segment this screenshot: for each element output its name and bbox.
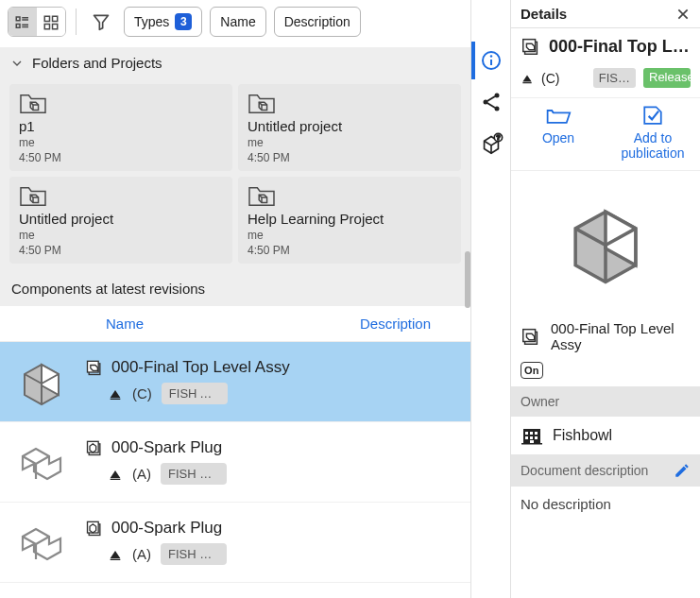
main-panel: Types 3 Name Description Folders and Pro… bbox=[0, 0, 471, 598]
folder-time: 4:50 PM bbox=[19, 244, 223, 257]
svg-rect-0 bbox=[16, 17, 20, 21]
components-section-title: Components at latest revisions bbox=[0, 271, 470, 306]
components-columns-header: Name Description bbox=[0, 306, 470, 342]
folder-box-icon bbox=[19, 184, 223, 209]
folder-time: 4:50 PM bbox=[248, 151, 452, 164]
folder-owner: me bbox=[248, 136, 452, 149]
owner-label-text: Owner bbox=[521, 394, 559, 409]
folder-box-icon bbox=[248, 92, 452, 116]
component-body: 000-Final Top Level Assy (C) FISH A… bbox=[85, 358, 459, 404]
revision-icon bbox=[108, 467, 123, 482]
component-body: 000-Spark Plug (A) FISH P… bbox=[85, 438, 459, 485]
tab-info[interactable] bbox=[471, 42, 507, 79]
assembly-tab-icon bbox=[85, 358, 104, 377]
assembly-tab-icon bbox=[521, 36, 541, 57]
add-to-publication-action[interactable]: Add to publication bbox=[606, 104, 700, 161]
filter-chip-types[interactable]: Types 3 bbox=[124, 7, 202, 37]
folder-box-icon bbox=[248, 184, 452, 209]
svg-rect-24 bbox=[111, 398, 121, 399]
details-thumbnail bbox=[511, 171, 700, 313]
details-panel: Details 000-Final Top Lev… (C) FIS… Rele… bbox=[511, 0, 700, 598]
folder-card[interactable]: Help Learning Project me 4:50 PM bbox=[238, 177, 461, 264]
details-title: 000-Final Top Lev… bbox=[549, 37, 691, 57]
view-list-button[interactable] bbox=[9, 8, 37, 37]
tab-share[interactable] bbox=[471, 83, 507, 121]
view-toggle bbox=[8, 7, 66, 37]
details-title-row: 000-Final Top Lev… bbox=[511, 28, 700, 64]
filter-chip-description[interactable]: Description bbox=[274, 7, 361, 37]
folder-card[interactable]: Untitled project me 4:50 PM bbox=[238, 84, 461, 171]
tab-where-used[interactable]: ? bbox=[471, 125, 507, 162]
revision-icon bbox=[108, 547, 123, 562]
description-section-label: Document description bbox=[511, 454, 700, 487]
component-row[interactable]: 000-Spark Plug (A) FISH P… bbox=[0, 422, 470, 503]
details-full-name: 000-Final Top Level Assy bbox=[551, 320, 691, 352]
scrollbar-hint[interactable] bbox=[465, 251, 470, 308]
folder-title: Untitled project bbox=[248, 118, 452, 134]
svg-rect-9 bbox=[53, 25, 58, 29]
filter-button[interactable] bbox=[86, 7, 116, 37]
filter-chip-name[interactable]: Name bbox=[210, 7, 265, 37]
column-name[interactable]: Name bbox=[106, 316, 219, 332]
details-status: Released bbox=[643, 68, 691, 87]
component-rev: (A) bbox=[132, 546, 151, 562]
folder-time: 4:50 PM bbox=[248, 244, 452, 257]
svg-point-35 bbox=[490, 55, 492, 57]
folder-owner: me bbox=[248, 229, 452, 242]
svg-rect-53 bbox=[522, 82, 531, 83]
svg-line-40 bbox=[487, 103, 494, 108]
details-tags: (C) FIS… Released bbox=[511, 64, 700, 97]
open-action[interactable]: Open bbox=[511, 104, 606, 161]
folder-title: Untitled project bbox=[19, 211, 223, 227]
description-text: No description bbox=[511, 487, 700, 521]
assembly-tab-icon bbox=[521, 326, 541, 347]
component-thumbnail bbox=[11, 516, 72, 569]
component-row[interactable]: 000-Spark Plug (A) FISH P… bbox=[0, 503, 470, 583]
svg-text:?: ? bbox=[496, 134, 500, 141]
svg-rect-32 bbox=[111, 558, 121, 559]
component-tag: FISH P… bbox=[161, 463, 227, 485]
details-actions: Open Add to publication bbox=[511, 97, 700, 171]
svg-rect-3 bbox=[16, 25, 20, 28]
component-body: 000-Spark Plug (A) FISH P… bbox=[85, 519, 459, 565]
filter-chip-types-label: Types bbox=[134, 14, 169, 29]
svg-rect-68 bbox=[535, 436, 538, 439]
component-row[interactable]: 000-Final Top Level Assy (C) FISH A… bbox=[0, 342, 470, 422]
svg-marker-10 bbox=[94, 15, 109, 29]
component-thumbnail bbox=[11, 355, 72, 408]
svg-rect-63 bbox=[525, 432, 528, 435]
building-icon bbox=[521, 424, 543, 447]
svg-line-39 bbox=[487, 96, 494, 101]
folder-box-icon bbox=[19, 92, 223, 116]
svg-rect-8 bbox=[44, 25, 49, 29]
component-rev: (C) bbox=[132, 385, 152, 402]
part-tab-icon bbox=[85, 519, 104, 538]
filter-chip-description-label: Description bbox=[284, 14, 350, 29]
folder-card[interactable]: Untitled project me 4:50 PM bbox=[9, 177, 232, 264]
svg-rect-70 bbox=[521, 443, 542, 445]
column-description[interactable]: Description bbox=[360, 316, 431, 332]
folder-card[interactable]: p1 me 4:50 PM bbox=[9, 84, 232, 171]
folder-time: 4:50 PM bbox=[19, 151, 223, 164]
revision-icon bbox=[521, 72, 534, 85]
folder-owner: me bbox=[19, 136, 223, 149]
folders-section-title: Folders and Projects bbox=[32, 55, 162, 71]
details-rev: (C) bbox=[541, 71, 559, 86]
owner-name: Fishbowl bbox=[553, 427, 612, 444]
folders-section-header[interactable]: Folders and Projects bbox=[0, 47, 470, 78]
close-button[interactable] bbox=[675, 7, 691, 22]
view-grid-button[interactable] bbox=[37, 8, 65, 37]
open-folder-icon bbox=[545, 104, 572, 127]
component-name: 000-Spark Plug bbox=[111, 519, 222, 538]
owner-section-label: Owner bbox=[511, 386, 700, 417]
svg-marker-23 bbox=[111, 390, 121, 398]
folders-grid: p1 me 4:50 PM Untitled project me 4:50 P… bbox=[9, 84, 461, 264]
svg-marker-27 bbox=[111, 470, 121, 478]
add-publication-label: Add to publication bbox=[611, 130, 694, 161]
edit-description-button[interactable] bbox=[674, 462, 691, 479]
svg-marker-31 bbox=[111, 551, 121, 558]
toolbar-divider bbox=[76, 9, 77, 35]
svg-rect-67 bbox=[530, 436, 533, 439]
details-tag: FIS… bbox=[593, 68, 636, 88]
component-tag: FISH A… bbox=[162, 383, 228, 404]
